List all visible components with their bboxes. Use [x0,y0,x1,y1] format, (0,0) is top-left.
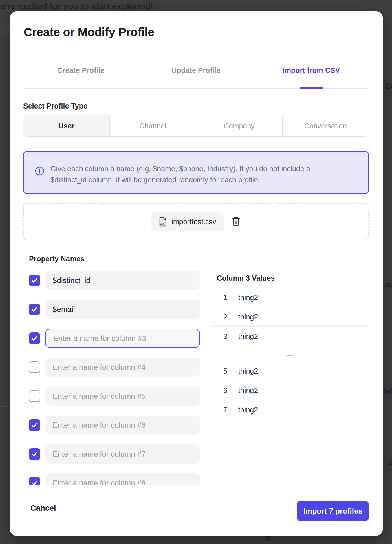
column-5-name-input[interactable] [45,387,200,406]
uploaded-file-chip: csv importtest.csv [151,212,224,231]
property-names-label: Property Names [29,255,85,263]
profile-type-channel[interactable]: Channel [109,115,196,136]
property-row [29,329,200,348]
import-profiles-button[interactable]: Import 7 profiles [297,501,369,521]
profile-type-user[interactable]: User [23,115,109,136]
row-number: 5 [211,361,232,381]
background-artifact [0,23,9,36]
row-value: thing2 [232,288,258,307]
profile-type-conversation[interactable]: Conversation [282,115,369,136]
background-fragment: a [388,458,392,467]
active-tab-indicator [300,87,323,89]
background-fragment: Col [385,82,392,91]
info-banner-text: Give each column a name (e.g. $name, $ph… [50,163,343,185]
column-values-table: Column 3 Values 1 thing2 2 thing2 3 thin… [211,269,369,346]
info-icon [35,166,45,176]
checkmark-icon [31,306,38,313]
table-row: 1 thing2 [211,288,369,307]
property-row [29,387,200,406]
tab-update-profile[interactable]: Update Profile [138,62,254,79]
column-2-checkbox[interactable] [29,304,40,315]
rows-ellipsis: ••• [211,353,369,358]
row-value: thing2 [232,307,258,326]
checkmark-icon [31,479,38,485]
checkmark-icon [31,277,38,284]
checkmark-icon [31,335,38,342]
svg-text:csv: csv [160,222,164,225]
tab-import-from-csv[interactable]: Import from CSV [254,62,369,79]
row-value: thing2 [232,361,258,381]
checkmark-icon [31,450,38,458]
uploaded-file-name: importtest.csv [171,218,216,226]
column-8-checkbox[interactable] [29,477,40,485]
row-value: thing2 [232,381,258,400]
property-row [29,300,200,319]
table-row: 3 thing2 [211,327,369,346]
csv-dropzone[interactable]: csv importtest.csv [23,203,369,240]
info-banner: Give each column a name (e.g. $name, $ph… [23,151,369,194]
column-4-checkbox[interactable] [29,361,40,373]
profile-type-company[interactable]: Company [196,115,282,136]
create-or-modify-profile-dialog: Create or Modify Profile Create Profile … [10,11,383,536]
checkmark-icon [31,421,38,429]
row-number: 7 [211,400,232,420]
column-7-checkbox[interactable] [29,448,40,460]
profile-type-selector: User Channel Company Conversation [23,115,369,137]
row-number: 3 [211,327,232,346]
remove-file-button[interactable] [231,216,241,227]
row-number: 2 [211,307,232,326]
column-2-name-input[interactable] [45,300,200,319]
column-1-checkbox[interactable] [29,275,40,286]
column-6-checkbox[interactable] [29,419,40,431]
column-4-name-input[interactable] [45,358,200,377]
background-artifact [0,406,8,407]
column-values-header: Column 3 Values [211,269,369,288]
column-6-name-input[interactable] [45,416,200,435]
tab-create-profile[interactable]: Create Profile [23,62,138,79]
column-7-name-input[interactable] [45,444,200,464]
profile-type-label: Select Profile Type [23,102,87,110]
background-fragment: lab [384,387,392,396]
property-row [29,416,200,435]
column-1-name-input[interactable] [45,271,200,290]
column-8-name-input[interactable] [45,473,200,485]
row-value: thing2 [232,400,258,420]
row-number: 6 [211,381,232,400]
table-row: 6 thing2 [211,381,369,400]
property-row [29,271,200,290]
tab-bar: Create Profile Update Profile Import fro… [23,62,369,79]
table-row: 2 thing2 [211,307,369,327]
cancel-button[interactable]: Cancel [30,504,56,513]
table-row: 5 thing2 [211,361,369,381]
property-names-list [29,271,200,485]
background-fragment: ata [385,281,392,289]
property-row [29,358,200,377]
row-value: thing2 [232,327,258,346]
trash-icon [231,216,241,227]
column-values-table-continued: 5 thing2 6 thing2 7 thing2 [211,361,369,420]
property-row [29,473,200,485]
csv-file-icon: csv [158,217,167,227]
property-row [29,444,200,464]
column-5-checkbox[interactable] [29,390,40,402]
column-3-checkbox[interactable] [29,332,40,344]
column-3-name-input[interactable] [45,329,200,348]
table-row: 7 thing2 [211,400,369,420]
row-number: 1 [211,288,232,307]
page-title: Create or Modify Profile [24,25,154,39]
background-text: e're excited for you to start exploring! [1,2,153,11]
